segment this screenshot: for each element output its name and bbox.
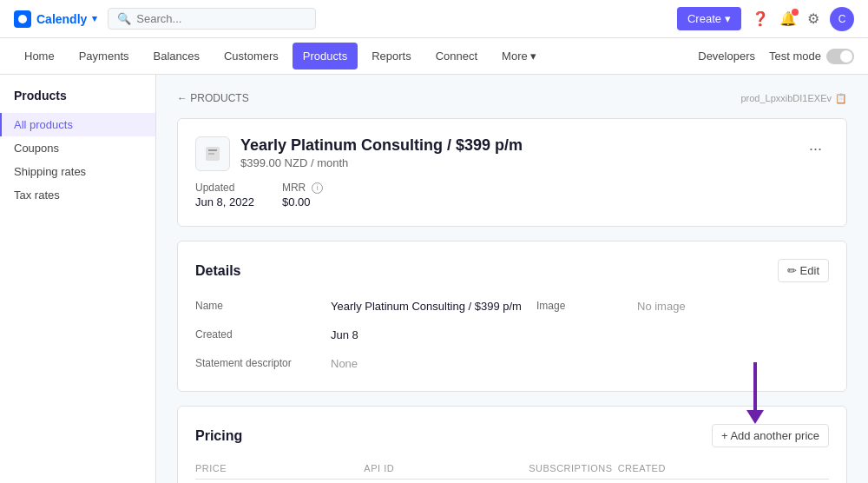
nav: Home Payments Balances Customers Product… (0, 38, 868, 75)
product-id-value: prod_LpxxibDI1EXEv (740, 93, 832, 103)
subscriptions-cell: 0 active (529, 480, 617, 484)
brand-icon (14, 10, 31, 28)
settings-icon[interactable]: ⚙ (807, 10, 819, 27)
sidebar-title: Products (0, 89, 155, 113)
col-actions (668, 458, 806, 480)
mrr-label: MRR i (282, 182, 323, 194)
toggle-switch[interactable] (826, 49, 854, 64)
col-price: PRICE (195, 458, 364, 480)
svg-rect-2 (208, 149, 217, 151)
create-label: Create (687, 12, 721, 25)
nav-item-more[interactable]: More ▾ (491, 43, 547, 69)
nav-right: Developers Test mode (698, 49, 854, 64)
detail-label-image: Image (536, 296, 623, 316)
topbar-left: Calendly ▾ 🔍 (14, 8, 316, 30)
api-id-cell: price_1L8I1GFn1xsPil 📋 (364, 480, 529, 484)
breadcrumb-text: ← PRODUCTS (177, 92, 249, 104)
pricing-table-header: PRICE API ID SUBSCRIPTIONS CREATED (195, 458, 829, 480)
search-icon: 🔍 (117, 12, 131, 25)
col-created: CREATED (618, 458, 669, 480)
create-link-cell: ⊕ Create payment link (668, 480, 806, 484)
create-chevron: ▾ (725, 12, 731, 25)
details-card: Details ✏ Edit Name Yearly Platinum Cons… (177, 241, 847, 392)
product-price-sub: $399.00 NZD / month (240, 156, 523, 169)
col-api-id: API ID (364, 458, 529, 480)
detail-label-name: Name (195, 296, 317, 316)
topbar-right: Create ▾ ❓ 🔔 ⚙ C (677, 7, 854, 31)
help-icon[interactable]: ❓ (752, 10, 769, 27)
sidebar: Products All products Coupons Shipping r… (0, 75, 156, 483)
content-inner: ← PRODUCTS prod_LpxxibDI1EXEv 📋 Yearly P… (156, 75, 868, 483)
detail-value-statement: None (331, 354, 523, 374)
nav-item-products[interactable]: Products (293, 43, 358, 69)
product-info: Yearly Platinum Consulting / $399 p/m $3… (240, 136, 523, 169)
search-input[interactable] (136, 12, 306, 25)
breadcrumb-bar: ← PRODUCTS prod_LpxxibDI1EXEv 📋 (177, 92, 847, 104)
nav-left: Home Payments Balances Customers Product… (14, 43, 547, 69)
svg-rect-3 (208, 153, 214, 155)
search-bar[interactable]: 🔍 (108, 8, 316, 30)
svg-point-0 (18, 15, 27, 23)
row-more-cell: ··· (806, 480, 829, 484)
nav-item-reports[interactable]: Reports (361, 43, 422, 69)
product-name: Yearly Platinum Consulting / $399 p/m (240, 136, 523, 155)
pricing-header: Pricing + Add another price (195, 424, 829, 447)
product-more-button[interactable]: ··· (802, 136, 829, 162)
create-button[interactable]: Create ▾ (677, 7, 741, 30)
edit-button[interactable]: ✏ Edit (778, 259, 829, 282)
main-content: ← PRODUCTS prod_LpxxibDI1EXEv 📋 Yearly P… (156, 75, 868, 483)
avatar[interactable]: C (830, 7, 854, 31)
product-header-card: Yearly Platinum Consulting / $399 p/m $3… (177, 118, 847, 227)
nav-item-connect[interactable]: Connect (425, 43, 488, 69)
sidebar-item-all-products[interactable]: All products (0, 113, 155, 136)
nav-item-customers[interactable]: Customers (214, 43, 289, 69)
topbar: Calendly ▾ 🔍 Create ▾ ❓ 🔔 ⚙ C (0, 0, 868, 38)
pricing-row: $399.00 NZD / month Default price_1L8I1G… (195, 480, 829, 484)
toggle-knob (840, 50, 852, 63)
product-id-area: prod_LpxxibDI1EXEv 📋 (740, 93, 847, 104)
updated-label: Updated (195, 182, 254, 194)
detail-label-statement: Statement descriptor (195, 354, 317, 374)
product-mrr: MRR i $0.00 (282, 182, 323, 208)
details-header: Details ✏ Edit (195, 259, 829, 282)
pricing-card: Pricing + Add another price PRICE API ID… (177, 406, 847, 483)
col-subscriptions: SUBSCRIPTIONS (529, 458, 617, 480)
layout: Products All products Coupons Shipping r… (0, 75, 868, 483)
pricing-title: Pricing (195, 428, 242, 444)
test-mode-label: Test mode (769, 50, 821, 63)
notification-bell[interactable]: 🔔 (779, 10, 797, 27)
developers-link[interactable]: Developers (698, 50, 755, 63)
brand[interactable]: Calendly ▾ (14, 10, 97, 28)
product-updated: Updated Jun 8, 2022 (195, 182, 254, 208)
details-grid: Name Yearly Platinum Consulting / $399 p… (195, 296, 829, 374)
sidebar-item-coupons[interactable]: Coupons (0, 136, 155, 160)
detail-value-name: Yearly Platinum Consulting / $399 p/m (331, 296, 523, 316)
detail-value-empty1 (637, 325, 829, 345)
created-cell: Jun 8 (618, 480, 669, 484)
pricing-table: PRICE API ID SUBSCRIPTIONS CREATED $399.… (195, 458, 829, 483)
product-meta: Updated Jun 8, 2022 MRR i $0.00 (195, 182, 829, 208)
nav-item-balances[interactable]: Balances (143, 43, 210, 69)
nav-item-payments[interactable]: Payments (69, 43, 140, 69)
mrr-info-icon[interactable]: i (312, 182, 323, 194)
breadcrumb[interactable]: ← PRODUCTS (177, 92, 249, 104)
nav-item-home[interactable]: Home (14, 43, 65, 69)
detail-value-image: No image (637, 296, 829, 316)
sidebar-item-tax-rates[interactable]: Tax rates (0, 183, 155, 207)
notification-dot (792, 9, 799, 16)
product-icon (195, 136, 230, 171)
mrr-value: $0.00 (282, 195, 323, 208)
detail-value-created: Jun 8 (331, 325, 523, 345)
details-title: Details (195, 263, 240, 279)
price-cell: $399.00 NZD / month Default (195, 480, 364, 484)
col-more (806, 458, 829, 480)
copy-product-id-icon[interactable]: 📋 (835, 93, 847, 104)
add-price-button[interactable]: + Add another price (712, 424, 829, 447)
detail-label-created: Created (195, 325, 317, 345)
sidebar-item-shipping-rates[interactable]: Shipping rates (0, 160, 155, 183)
brand-chevron: ▾ (92, 13, 97, 24)
test-mode-toggle[interactable]: Test mode (769, 49, 854, 64)
updated-value: Jun 8, 2022 (195, 195, 254, 208)
detail-label-empty1 (536, 325, 623, 345)
brand-name: Calendly (36, 12, 87, 26)
